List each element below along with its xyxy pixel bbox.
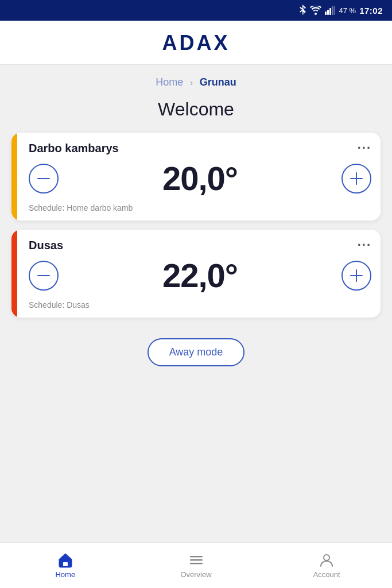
svg-rect-8 (37, 275, 50, 276)
device-header-2: Dusas ··· (29, 238, 371, 253)
svg-rect-11 (63, 562, 68, 566)
device-accent-2 (11, 230, 17, 318)
device-body-1: Darbo kambarys ··· 20,0° Schedule: Home … (17, 133, 381, 220)
breadcrumb-current: Grunau (200, 76, 236, 88)
device-menu-2[interactable]: ··· (358, 238, 371, 253)
svg-rect-5 (37, 178, 50, 179)
decrease-temp-2[interactable] (29, 261, 59, 291)
bluetooth-icon (298, 5, 306, 16)
away-mode-container: Away mode (11, 327, 381, 376)
device-temp-row-1: 20,0° (29, 159, 371, 198)
signal-icon (325, 6, 335, 15)
increase-temp-2[interactable] (341, 261, 371, 291)
svg-rect-0 (325, 11, 327, 15)
home-icon (57, 552, 73, 568)
device-temperature-2: 22,0° (162, 256, 238, 295)
device-card-2: Dusas ··· 22,0° Schedule: Dusas (11, 230, 381, 318)
svg-rect-10 (356, 269, 357, 282)
svg-rect-13 (190, 559, 203, 561)
device-temperature-1: 20,0° (162, 159, 238, 198)
device-name-2: Dusas (29, 239, 63, 252)
app-logo: ADAX (162, 31, 230, 55)
svg-rect-12 (190, 556, 203, 558)
nav-label-account: Account (313, 570, 340, 579)
status-time: 17:02 (359, 6, 383, 16)
nav-item-home[interactable]: Home (0, 543, 131, 588)
svg-point-15 (324, 555, 329, 560)
wifi-icon (310, 6, 321, 15)
device-temp-row-2: 22,0° (29, 256, 371, 295)
decrease-temp-1[interactable] (29, 164, 59, 194)
away-mode-button[interactable]: Away mode (148, 338, 245, 366)
battery-percentage: 47 % (339, 6, 356, 15)
device-accent-1 (11, 133, 17, 220)
breadcrumb-separator: › (190, 78, 193, 87)
app-header: ADAX (0, 21, 392, 65)
device-menu-1[interactable]: ··· (358, 141, 371, 156)
svg-rect-2 (329, 8, 331, 15)
device-schedule-1: Schedule: Home darbo kamb (29, 203, 371, 212)
nav-label-home: Home (55, 570, 75, 579)
status-icons: 47 % 17:02 (298, 5, 383, 16)
device-schedule-2: Schedule: Dusas (29, 300, 371, 310)
breadcrumb-home[interactable]: Home (156, 76, 183, 88)
increase-temp-1[interactable] (341, 164, 371, 194)
svg-rect-3 (332, 6, 333, 15)
nav-item-overview[interactable]: Overview (131, 543, 262, 588)
account-icon (319, 552, 335, 568)
svg-rect-7 (356, 172, 357, 185)
bottom-nav: Home Overview Account (0, 542, 392, 588)
device-card-1: Darbo kambarys ··· 20,0° Schedule: Home … (11, 133, 381, 220)
welcome-title: Welcome (0, 93, 392, 133)
breadcrumb: Home › Grunau (0, 65, 392, 93)
svg-rect-1 (327, 10, 329, 15)
device-name-1: Darbo kambarys (29, 142, 119, 155)
nav-item-account[interactable]: Account (261, 543, 392, 588)
nav-label-overview: Overview (180, 570, 211, 579)
svg-rect-14 (190, 563, 203, 564)
svg-rect-4 (334, 6, 335, 15)
overview-icon (188, 552, 204, 568)
device-header-1: Darbo kambarys ··· (29, 141, 371, 156)
main-content: Darbo kambarys ··· 20,0° Schedule: Home … (0, 133, 392, 542)
status-bar: 47 % 17:02 (0, 0, 392, 21)
device-body-2: Dusas ··· 22,0° Schedule: Dusas (17, 230, 381, 318)
